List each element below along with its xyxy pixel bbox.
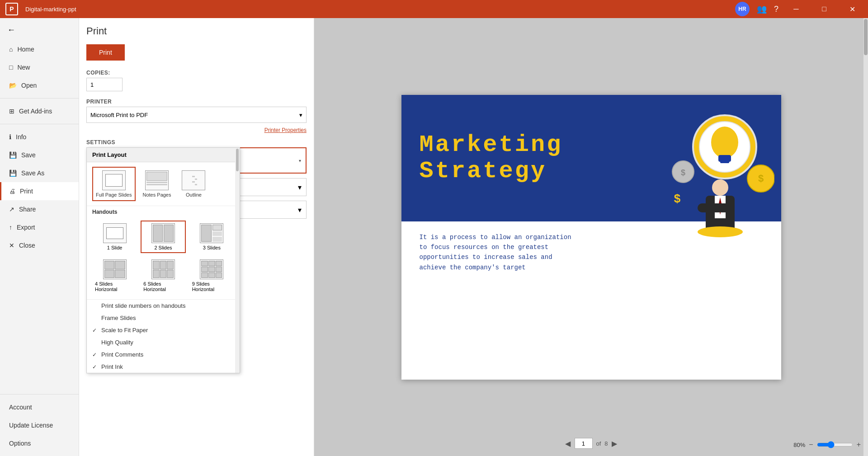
full-page-label: Full Page Slides <box>96 192 132 197</box>
handout-4-label: 4 Slides Horizontal <box>95 281 134 292</box>
zoom-bar: 80% − + <box>793 441 861 449</box>
back-button[interactable]: ← <box>0 20 79 40</box>
help-icon[interactable]: ? <box>774 5 778 14</box>
collate-arrow: ▾ <box>298 183 302 192</box>
layout-dropdown-menu: Print Layout Full Page Slides <box>86 147 240 373</box>
printer-label: Printer <box>86 99 307 105</box>
handout-9-slides[interactable]: 9 Slides Horizontal <box>189 257 234 295</box>
share-icon: ↗ <box>9 206 14 213</box>
zoom-out-button[interactable]: − <box>809 441 813 449</box>
sidebar-item-update-license[interactable]: Update License <box>0 416 79 434</box>
sidebar-item-print[interactable]: 🖨 Print <box>0 182 79 200</box>
printer-dropdown[interactable]: Microsoft Print to PDF ▾ <box>86 107 307 123</box>
title-bar: P Digital-markting-ppt HR 👥 ? ─ □ ✕ <box>0 0 868 18</box>
handout-3-slides[interactable]: 3 Slides <box>189 221 234 253</box>
handout-1-slide[interactable]: 1 Slide <box>92 221 137 253</box>
sidebar-item-export[interactable]: ↑ Export <box>0 218 79 236</box>
print-comments-check: ✓ <box>92 352 99 358</box>
slide-preview: Marketing Strategy It is a process to al… <box>401 95 781 380</box>
close-nav-icon: ✕ <box>9 242 14 249</box>
color-arrow: ▾ <box>298 206 302 214</box>
maximize-button[interactable]: □ <box>814 0 835 18</box>
preview-scrollbar[interactable] <box>863 18 868 456</box>
sidebar-item-open[interactable]: 📂 Open <box>0 76 79 94</box>
sidebar-item-close[interactable]: ✕ Close <box>0 236 79 254</box>
handouts-grid: 1 Slide 2 Slides <box>87 218 240 300</box>
menu-high-quality[interactable]: High Quality <box>87 336 240 348</box>
menu-frame-slides[interactable]: Frame Slides <box>87 312 240 324</box>
new-icon: □ <box>9 64 13 71</box>
zoom-slider[interactable] <box>817 441 853 448</box>
print-slide-numbers-label: Print slide numbers on handouts <box>101 302 185 309</box>
layout-option-full-page[interactable]: Full Page Slides <box>92 167 136 201</box>
export-icon: ↑ <box>9 224 12 231</box>
svg-rect-4 <box>720 160 729 163</box>
printer-dropdown-arrow: ▾ <box>299 112 302 118</box>
full-page-icon <box>102 170 126 190</box>
page-total: 8 <box>604 440 608 447</box>
zoom-in-button[interactable]: + <box>857 441 861 449</box>
menu-print-comments[interactable]: ✓ Print Comments <box>87 348 240 361</box>
handout-4-icon <box>103 259 127 279</box>
copies-section: Copies: <box>86 70 307 99</box>
menu-print-slide-numbers[interactable]: Print slide numbers on handouts <box>87 300 240 312</box>
handout-6-slides[interactable]: 6 Slides Horizontal <box>141 257 185 295</box>
page-number-input[interactable] <box>574 438 592 449</box>
svg-point-11 <box>712 179 728 196</box>
sidebar-item-account[interactable]: Account <box>0 398 79 416</box>
layout-option-notes[interactable]: Notes Pages <box>139 167 175 201</box>
copies-input[interactable] <box>86 78 123 91</box>
printer-properties-link[interactable]: Printer Properties <box>264 127 307 133</box>
handout-3-label: 3 Slides <box>203 245 221 250</box>
sidebar-item-new[interactable]: □ New <box>0 58 79 76</box>
scrollbar-thumb <box>236 149 239 171</box>
prev-page-button[interactable]: ◀ <box>565 439 571 448</box>
layout-dropdown-arrow: ▾ <box>299 158 301 163</box>
user-avatar[interactable]: HR <box>735 2 750 16</box>
nav-divider-bottom <box>0 394 79 395</box>
handout-1-icon <box>103 223 127 243</box>
sidebar-item-get-addins[interactable]: ⊞ Get Add-ins <box>0 102 79 120</box>
handout-2-slides[interactable]: 2 Slides <box>141 221 185 253</box>
collaborate-icon[interactable]: 👥 <box>757 4 767 14</box>
printer-section: Printer Microsoft Print to PDF ▾ Printer… <box>86 99 307 139</box>
print-comments-label: Print Comments <box>101 351 143 358</box>
print-ink-check: ✓ <box>92 364 99 370</box>
print-button[interactable]: Print <box>86 44 125 61</box>
home-icon: ⌂ <box>9 46 13 53</box>
info-icon: ℹ <box>9 133 11 141</box>
handout-6-label: 6 Slides Horizontal <box>143 281 183 292</box>
next-page-button[interactable]: ▶ <box>612 439 617 448</box>
preview-area: Marketing Strategy It is a process to al… <box>314 18 868 456</box>
minimize-button[interactable]: ─ <box>786 0 807 18</box>
nav-divider-2 <box>0 124 79 124</box>
layout-option-outline[interactable]: Outline <box>178 167 209 201</box>
sidebar-item-save[interactable]: 💾 Save <box>0 146 79 164</box>
sidebar-item-home[interactable]: ⌂ Home <box>0 40 79 58</box>
copies-row <box>86 78 307 91</box>
menu-print-ink[interactable]: ✓ Print Ink <box>87 361 240 373</box>
open-icon: 📂 <box>9 82 17 89</box>
sidebar-item-share[interactable]: ↗ Share <box>0 200 79 218</box>
svg-rect-15 <box>698 203 734 212</box>
app-icon: P <box>5 3 18 15</box>
dropdown-scrollbar[interactable] <box>235 148 240 373</box>
addins-icon: ⊞ <box>9 108 14 115</box>
menu-scale-to-fit[interactable]: ✓ Scale to Fit Paper <box>87 324 240 336</box>
handout-4-slides[interactable]: 4 Slides Horizontal <box>92 257 137 295</box>
handout-9-icon <box>200 259 223 279</box>
notes-icon <box>145 170 169 190</box>
slide-illustration-svg: $ $ $ <box>634 111 774 246</box>
sidebar-item-info[interactable]: ℹ Info <box>0 128 79 146</box>
save-icon: 💾 <box>9 151 17 159</box>
grid-4 <box>104 260 126 279</box>
sidebar-item-save-as[interactable]: 💾 Save As <box>0 164 79 182</box>
svg-text:$: $ <box>758 173 763 184</box>
sidebar-item-options[interactable]: Options <box>0 434 79 452</box>
back-icon: ← <box>7 25 15 35</box>
page-separator: of <box>596 440 601 447</box>
handout-3-icon <box>200 223 223 243</box>
preview-scroll-thumb <box>864 19 868 55</box>
close-button[interactable]: ✕ <box>842 0 863 18</box>
nav-divider-1 <box>0 98 79 99</box>
